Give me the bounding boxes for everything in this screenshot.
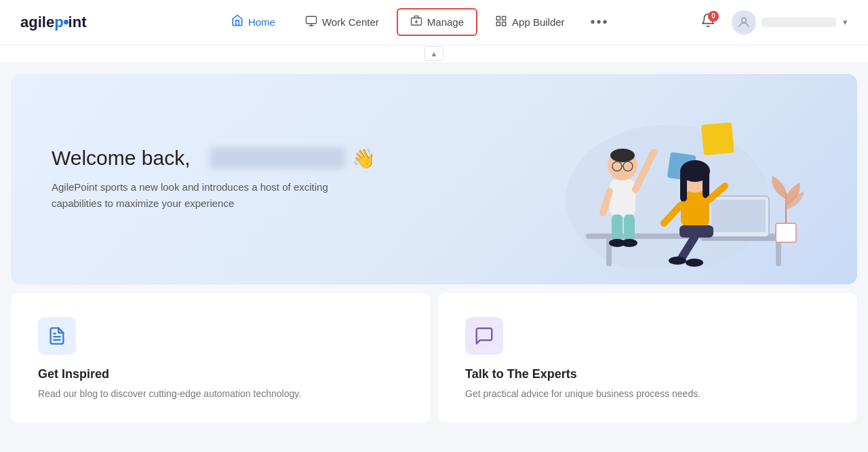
nav-work-center-label: Work Center [322, 16, 379, 28]
work-center-icon [305, 15, 317, 29]
get-inspired-desc: Read our blog to discover cutting-edge a… [38, 387, 403, 401]
svg-rect-26 [624, 214, 635, 242]
nav-more[interactable]: ••• [583, 9, 617, 35]
chevron-down-icon: ▾ [843, 17, 848, 27]
nav-work-center[interactable]: Work Center [293, 10, 391, 35]
talk-to-experts-desc: Get practical advice for unique business… [465, 387, 830, 401]
nav-home[interactable]: Home [219, 9, 288, 35]
app-builder-icon [495, 15, 507, 29]
svg-rect-25 [612, 214, 623, 242]
manage-icon [410, 15, 422, 29]
svg-rect-9 [502, 22, 506, 26]
svg-point-28 [621, 239, 637, 247]
nav-app-builder-label: App Builder [512, 16, 565, 28]
svg-rect-7 [502, 16, 506, 20]
collapse-button[interactable]: ▲ [425, 46, 443, 61]
welcome-prefix: Welcome back, [52, 147, 191, 170]
svg-rect-35 [680, 171, 687, 202]
chevron-up-icon: ▲ [431, 50, 438, 58]
main-nav: Home Work Center Manage App Builder ••• [140, 8, 695, 36]
user-menu[interactable]: ▾ [732, 10, 848, 35]
svg-rect-12 [701, 122, 734, 155]
svg-point-42 [686, 259, 703, 267]
hero-title: Welcome back, 👋 [52, 147, 376, 170]
notification-badge: 0 [708, 11, 719, 22]
hero-text: Welcome back, 👋 AgilePoint sports a new … [52, 147, 376, 212]
nav-manage[interactable]: Manage [397, 8, 477, 36]
collapse-bar: ▲ [0, 44, 868, 63]
talk-to-experts-title: Talk to The Experts [465, 367, 830, 381]
svg-rect-36 [703, 171, 709, 198]
hero-subtitle: AgilePoint sports a new look and introdu… [52, 179, 336, 212]
nav-manage-label: Manage [427, 16, 464, 28]
card-talk-to-experts[interactable]: Talk to The Experts Get practical advice… [438, 293, 857, 423]
svg-rect-43 [776, 223, 796, 242]
hero-illustration [491, 91, 816, 267]
cards-row: Get Inspired Read our blog to discover c… [11, 293, 857, 423]
header-right: 0 ▾ [695, 10, 848, 35]
nav-app-builder[interactable]: App Builder [483, 10, 577, 35]
nav-home-label: Home [248, 16, 275, 28]
talk-to-experts-icon [465, 317, 503, 355]
svg-rect-8 [496, 22, 500, 26]
hero-section: Welcome back, 👋 AgilePoint sports a new … [11, 74, 857, 284]
main-header: agilepint Home Work Center Manage [0, 0, 868, 44]
svg-rect-6 [496, 16, 500, 20]
user-name-text [762, 18, 836, 27]
svg-rect-18 [711, 200, 766, 232]
svg-point-22 [610, 149, 635, 162]
svg-rect-0 [306, 16, 316, 24]
svg-rect-20 [610, 179, 635, 216]
user-name-blurred [210, 147, 345, 169]
home-icon [231, 14, 243, 30]
get-inspired-title: Get Inspired [38, 367, 403, 381]
notification-button[interactable]: 0 [695, 10, 721, 35]
logo-text: agilepint [20, 14, 86, 31]
svg-point-41 [669, 257, 686, 265]
svg-rect-19 [701, 237, 776, 241]
user-avatar [732, 10, 756, 35]
wave-emoji: 👋 [352, 147, 376, 170]
get-inspired-icon [38, 317, 76, 355]
svg-point-10 [742, 18, 747, 22]
logo[interactable]: agilepint [20, 14, 86, 31]
card-get-inspired[interactable]: Get Inspired Read our blog to discover c… [11, 293, 430, 423]
